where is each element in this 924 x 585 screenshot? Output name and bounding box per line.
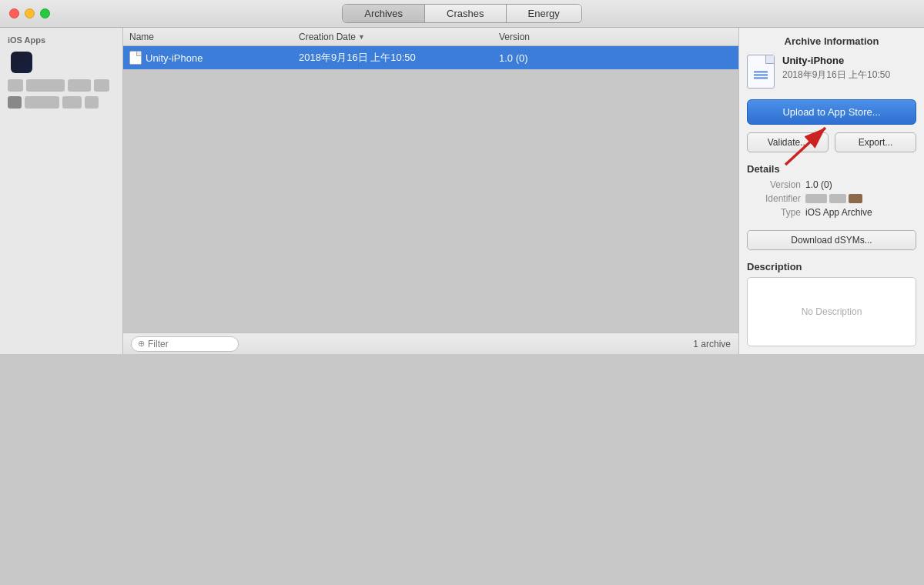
col-header-name: Name <box>129 32 299 42</box>
table-body: Unity-iPhone 2018年9月16日 上午10:50 1.0 (0) <box>123 46 738 333</box>
row-name: Unity-iPhone <box>146 52 203 64</box>
blurred-text-4 <box>25 96 59 109</box>
status-bar: ⊕ 1 archive <box>123 333 738 354</box>
blurred-text-3 <box>94 79 109 92</box>
sidebar-blurred-row-1 <box>0 77 122 94</box>
close-button[interactable] <box>9 8 19 18</box>
traffic-lights <box>9 8 50 18</box>
filter-input-wrapper[interactable]: ⊕ <box>131 336 239 352</box>
col-date-label: Creation Date <box>299 32 356 42</box>
description-box: No Description <box>747 277 916 346</box>
table-row[interactable]: Unity-iPhone 2018年9月16日 上午10:50 1.0 (0) <box>123 46 738 69</box>
identifier-value-blurred <box>805 193 916 204</box>
col-header-date[interactable]: Creation Date ▼ <box>299 32 499 42</box>
download-dsym-button[interactable]: Download dSYMs... <box>747 230 916 250</box>
sort-arrow-icon: ▼ <box>358 33 365 41</box>
col-header-version: Version <box>499 32 732 42</box>
tab-crashes[interactable]: Crashes <box>425 5 506 22</box>
tab-archives[interactable]: Archives <box>343 5 425 22</box>
type-label: Type <box>747 207 801 218</box>
type-value: iOS App Archive <box>805 207 916 218</box>
archive-info-name: Unity-iPhone <box>782 55 890 66</box>
sidebar-section-ios-apps: iOS Apps <box>0 32 122 48</box>
upload-to-appstore-button[interactable]: Upload to App Store... <box>747 99 916 125</box>
row-name-cell: Unity-iPhone <box>129 51 299 65</box>
archive-info-date: 2018年9月16日 上午10:50 <box>782 69 890 82</box>
description-title: Description <box>747 261 916 272</box>
archive-large-icon <box>747 55 775 89</box>
archive-info-text: Unity-iPhone 2018年9月16日 上午10:50 <box>782 55 890 82</box>
validate-button[interactable]: Validate... <box>747 132 829 152</box>
archive-file-icon <box>129 51 142 65</box>
blurred-text-1 <box>26 79 65 92</box>
version-label: Version <box>747 179 801 190</box>
sidebar-item-ios-apps[interactable] <box>3 48 119 76</box>
archive-count: 1 archive <box>693 339 731 349</box>
blurred-text-2 <box>68 79 91 92</box>
sidebar: iOS Apps <box>0 28 123 354</box>
titlebar: Archives Crashes Energy <box>0 0 924 28</box>
right-panel: Archive Information Unity-iPhone 2018年9月… <box>739 28 924 354</box>
blurred-icon-1 <box>8 79 23 92</box>
description-placeholder: No Description <box>802 306 862 317</box>
content-wrapper: Name Creation Date ▼ Version Unity-iPhon… <box>123 28 739 354</box>
maximize-button[interactable] <box>40 8 50 18</box>
minimize-button[interactable] <box>25 8 35 18</box>
version-value: 1.0 (0) <box>805 179 916 190</box>
export-button[interactable]: Export... <box>835 132 916 152</box>
filter-input[interactable] <box>148 339 225 349</box>
column-headers: Name Creation Date ▼ Version <box>123 28 738 46</box>
blurred-icon-2 <box>8 96 22 109</box>
sidebar-blurred-row-2 <box>0 94 122 111</box>
blurred-text-5 <box>62 96 82 109</box>
tab-energy[interactable]: Energy <box>507 5 581 22</box>
blur-3 <box>849 194 862 203</box>
row-date-cell: 2018年9月16日 上午10:50 <box>299 51 499 65</box>
detail-identifier-row: Identifier <box>747 193 916 204</box>
detail-version-row: Version 1.0 (0) <box>747 179 916 190</box>
detail-type-row: Type iOS App Archive <box>747 207 916 218</box>
details-section: Details Version 1.0 (0) Identifier Type … <box>747 163 916 221</box>
panel-title: Archive Information <box>747 35 916 47</box>
identifier-label: Identifier <box>747 193 801 204</box>
archive-info-card: Unity-iPhone 2018年9月16日 上午10:50 <box>747 55 916 89</box>
description-section: Description No Description <box>747 261 916 346</box>
blur-2 <box>829 194 846 203</box>
app-icon <box>11 52 32 73</box>
details-title: Details <box>747 163 916 175</box>
validate-export-row: Validate... Export... <box>747 132 916 152</box>
blur-1 <box>805 194 827 203</box>
filter-icon: ⊕ <box>138 339 145 349</box>
tab-group: Archives Crashes Energy <box>342 4 581 23</box>
main-container: iOS Apps Name Creat <box>0 28 924 354</box>
row-version-cell: 1.0 (0) <box>499 52 732 64</box>
blurred-text-6 <box>85 96 99 109</box>
